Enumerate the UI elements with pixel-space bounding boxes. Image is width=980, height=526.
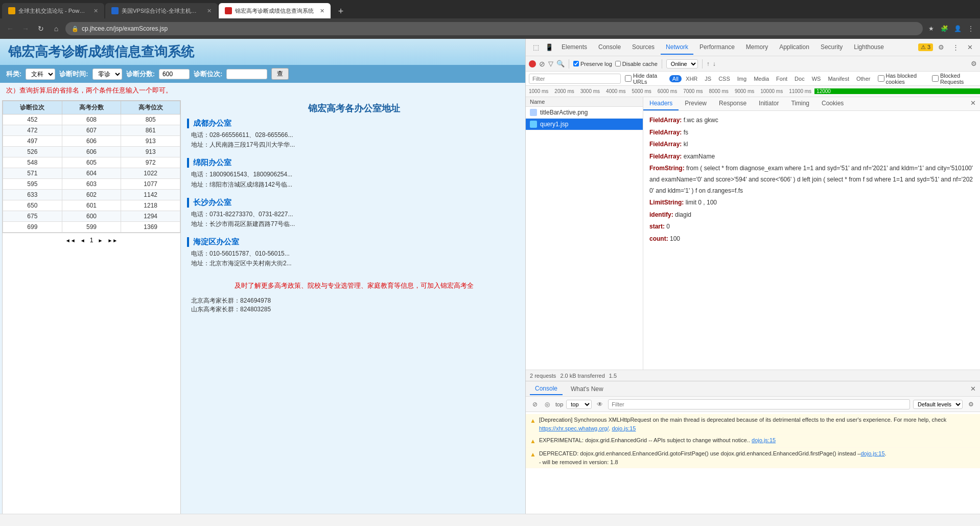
table-cell: 675 [3,211,62,222]
home-button[interactable]: ⌂ [50,22,62,35]
import-button[interactable]: ↑ [707,60,710,67]
type-ws-btn[interactable]: WS [809,75,824,82]
console-filter-input[interactable] [608,399,910,409]
extensions-icon[interactable]: 🧩 [939,24,949,34]
bookmark-icon[interactable]: ★ [926,24,936,34]
page-prev-btn[interactable]: ◄ [78,235,88,245]
refresh-button[interactable]: ↻ [35,22,47,35]
tab-memory[interactable]: Memory [741,40,773,55]
console-expand-icon[interactable]: ◎ [542,399,552,409]
tab-security[interactable]: Security [815,40,848,55]
time-select[interactable]: 零诊 一诊 [92,68,122,80]
type-css-btn[interactable]: CSS [715,75,733,82]
inspect-icon[interactable]: ⬚ [530,41,542,54]
filter-button[interactable]: ▽ [548,60,553,67]
subject-select[interactable]: 文科 理科 [26,68,55,80]
disable-cache-checkbox[interactable]: Disable cache [615,61,658,67]
tab-1[interactable]: 全球主机交流论坛 - Powered b... ✕ [2,3,104,18]
console-source[interactable]: dojo.js:15 [612,425,636,431]
device-icon[interactable]: 📱 [543,41,555,54]
whats-new-tab[interactable]: What's New [566,383,609,395]
type-all-btn[interactable]: All [669,75,682,82]
console-link[interactable]: dojo.js:15 [860,450,884,456]
page-first-btn[interactable]: ◄◄ [65,235,76,245]
tab-2-close[interactable]: ✕ [204,8,212,14]
table-cell: 604 [62,168,121,179]
tab-network[interactable]: Network [661,40,693,55]
request-list: Name titleBarActive.png query1.jsp [526,97,643,370]
hide-data-urls-checkbox[interactable]: Hide data URLs [625,73,665,85]
detail-tab-timing[interactable]: Timing [785,97,815,110]
level-select[interactable]: Default levels [913,400,963,409]
tab-1-close[interactable]: ✕ [90,8,98,14]
tab-console[interactable]: Console [593,40,626,55]
page-title: 锦宏高考诊断成绩信息查询系统 [8,43,517,61]
type-font-btn[interactable]: Font [773,75,790,82]
table-cell: 452 [3,115,62,125]
back-button[interactable]: ← [4,22,16,35]
settings-icon[interactable]: ⚙ [935,41,947,54]
rank-input[interactable] [226,69,267,79]
table-row: 526606913 [3,147,180,157]
record-button[interactable] [529,60,536,67]
type-js-btn[interactable]: JS [702,75,714,82]
request-item-1[interactable]: titleBarActive.png [526,107,643,119]
tab-elements[interactable]: Elements [556,40,592,55]
warning-icon: ▲ [530,416,536,425]
type-media-btn[interactable]: Media [751,75,772,82]
table-row: 5956031077 [3,179,180,190]
tab-performance[interactable]: Performance [694,40,740,55]
network-settings-icon[interactable]: ⚙ [971,60,977,67]
tab-3-close[interactable]: ✕ [317,8,324,14]
more-devtools-icon[interactable]: ⋮ [949,41,962,54]
page-next-btn[interactable]: ► [95,235,105,245]
tab-application[interactable]: Application [774,40,814,55]
page-number: 1 [90,237,94,244]
has-blocked-cookies-checkbox[interactable]: Has blocked cookies [878,73,928,85]
preserve-log-checkbox[interactable]: Preserve log [573,61,612,67]
page-last-btn[interactable]: ►► [107,235,118,245]
office-phone: 电话：028-66556611、028-665566... [187,130,521,140]
close-devtools-icon[interactable]: ✕ [964,41,976,54]
stop-button[interactable]: ⊘ [539,60,545,68]
eye-icon[interactable]: 👁 [595,399,605,409]
export-button[interactable]: ↓ [713,60,716,67]
console-tab[interactable]: Console [530,383,563,395]
detail-tab-cookies[interactable]: Cookies [815,97,850,110]
new-tab-button[interactable]: + [334,4,348,18]
forward-button[interactable]: → [19,22,32,35]
address-field[interactable]: 🔒 cp.jhcee.cn/jsp/examScores.jsp [65,22,923,35]
tab-3[interactable]: 锦宏高考诊断成绩信息查询系统 ✕ [219,3,331,18]
console-settings-icon[interactable]: ⚙ [966,399,976,409]
score-input[interactable] [159,69,190,79]
throttle-select[interactable]: Online [666,59,698,68]
query-button[interactable]: 查 [271,68,289,80]
context-select[interactable]: top [566,400,592,409]
console-close-button[interactable]: ✕ [970,385,976,393]
office-address: 地址：绵阳市涪城区成绵路142号临... [187,180,521,190]
type-other-btn[interactable]: Other [853,75,874,82]
console-clear-icon[interactable]: ⊘ [530,399,540,409]
console-source[interactable]: dojo.js:15 [752,437,776,443]
request-item-2[interactable]: query1.jsp [526,119,643,130]
request-2-name: query1.jsp [540,121,568,128]
type-doc-btn[interactable]: Doc [791,75,808,82]
tab-sources[interactable]: Sources [627,40,660,55]
detail-tab-initiator[interactable]: Initiator [753,97,785,110]
close-detail-button[interactable]: ✕ [966,97,980,110]
type-manifest-btn[interactable]: Manifest [825,75,852,82]
search-button[interactable]: 🔍 [556,60,565,67]
type-img-btn[interactable]: Img [734,75,750,82]
table-cell: 526 [3,147,62,157]
console-link[interactable]: https://xhr.spec.whatwg.org/ [539,425,609,431]
type-xhr-btn[interactable]: XHR [683,75,701,82]
tab-2[interactable]: 美国VPS综合讨论-全球主机交流... ✕ [105,3,218,18]
detail-tab-response[interactable]: Response [713,97,753,110]
blocked-requests-checkbox[interactable]: Blocked Requests [932,73,977,85]
profile-icon[interactable]: 👤 [952,24,963,34]
tab-lighthouse[interactable]: Lighthouse [849,40,889,55]
network-filter-input[interactable] [529,74,621,84]
detail-tab-headers[interactable]: Headers [643,97,679,110]
detail-tab-preview[interactable]: Preview [679,97,713,110]
more-icon[interactable]: ⋮ [966,24,976,34]
